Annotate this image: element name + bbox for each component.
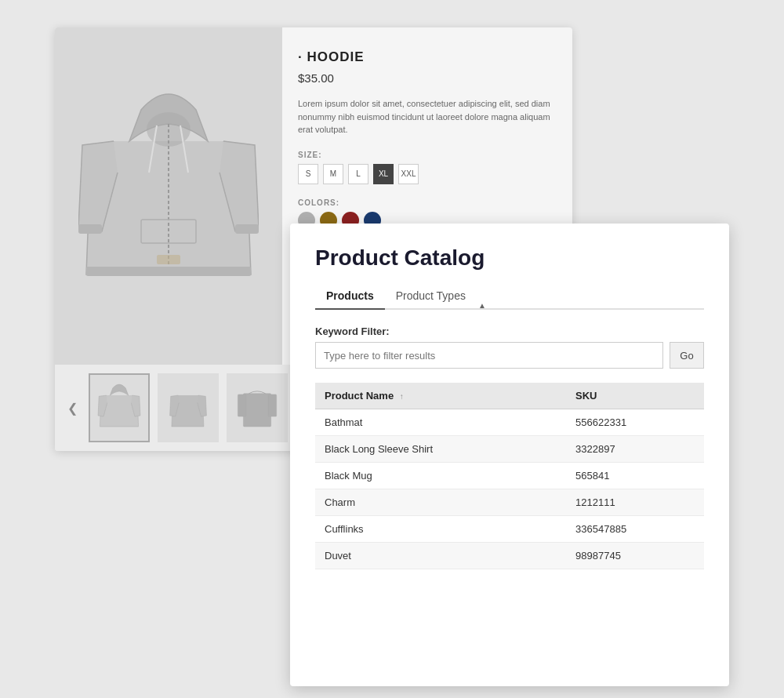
table-row[interactable]: Duvet98987745 xyxy=(315,543,704,569)
table-row[interactable]: Bathmat556622331 xyxy=(315,409,704,436)
colors-label: COLORS: xyxy=(298,198,557,207)
table-row[interactable]: Charm1212111 xyxy=(315,489,704,516)
hoodie-main-image xyxy=(55,27,282,365)
product-price: $35.00 xyxy=(298,71,557,85)
size-xxl[interactable]: XXL xyxy=(398,164,419,184)
svg-rect-7 xyxy=(235,224,259,234)
products-table: Product Name ↑ SKU Bathmat556622331Black… xyxy=(315,383,704,569)
keyword-filter-section: Keyword Filter: Go xyxy=(315,325,704,369)
catalog-title: Product Catalog xyxy=(315,245,704,271)
cell-product-name: Charm xyxy=(315,489,566,516)
keyword-filter-label: Keyword Filter: xyxy=(315,325,704,337)
catalog-card: Product Catalog Products Product Types ▲… xyxy=(290,224,729,686)
thumbnail-1[interactable] xyxy=(89,373,150,442)
cell-product-name: Bathmat xyxy=(315,409,566,436)
size-label: SIZE: xyxy=(298,151,557,159)
cell-product-name: Cufflinks xyxy=(315,516,566,543)
filter-row: Go xyxy=(315,342,704,369)
svg-rect-6 xyxy=(78,224,102,234)
cell-sku: 3322897 xyxy=(566,436,704,463)
col-header-sku[interactable]: SKU xyxy=(566,383,704,409)
svg-rect-11 xyxy=(268,394,277,416)
cell-sku: 98987745 xyxy=(566,543,704,569)
catalog-tabs: Products Product Types ▲ xyxy=(315,285,704,310)
tab-product-types[interactable]: Product Types xyxy=(385,285,477,310)
table-row[interactable]: Black Long Sleeve Shirt3322897 xyxy=(315,436,704,463)
sort-icon-product-name: ↑ xyxy=(400,392,404,401)
product-description: Lorem ipsum dolor sit amet, consectetuer… xyxy=(298,97,557,136)
keyword-filter-input[interactable] xyxy=(315,342,663,369)
thumbnail-3[interactable] xyxy=(227,373,288,442)
cell-product-name: Black Mug xyxy=(315,463,566,489)
product-name: · HOODIE xyxy=(298,49,557,65)
svg-rect-9 xyxy=(243,393,270,426)
tab-products[interactable]: Products xyxy=(315,285,385,310)
size-options: S M L XL XXL xyxy=(298,164,557,184)
cell-sku: 556622331 xyxy=(566,409,704,436)
col-header-product-name[interactable]: Product Name ↑ xyxy=(315,383,566,409)
size-l[interactable]: L xyxy=(348,164,368,184)
table-header-row: Product Name ↑ SKU xyxy=(315,383,704,409)
size-m[interactable]: M xyxy=(323,164,343,184)
svg-rect-10 xyxy=(238,394,246,416)
table-row[interactable]: Black Mug565841 xyxy=(315,463,704,489)
cell-product-name: Duvet xyxy=(315,543,566,569)
cell-sku: 336547885 xyxy=(566,516,704,543)
prev-thumbnail-button[interactable]: ❮ xyxy=(67,401,78,416)
thumbnail-2[interactable] xyxy=(158,373,219,442)
cell-sku: 565841 xyxy=(566,463,704,489)
tab-sort-arrow: ▲ xyxy=(478,301,486,310)
size-s[interactable]: S xyxy=(298,164,318,184)
cell-sku: 1212111 xyxy=(566,489,704,516)
table-row[interactable]: Cufflinks336547885 xyxy=(315,516,704,543)
cell-product-name: Black Long Sleeve Shirt xyxy=(315,436,566,463)
svg-rect-8 xyxy=(86,267,251,276)
filter-go-button[interactable]: Go xyxy=(670,342,704,369)
svg-rect-5 xyxy=(157,255,180,264)
size-xl[interactable]: XL xyxy=(373,164,394,184)
